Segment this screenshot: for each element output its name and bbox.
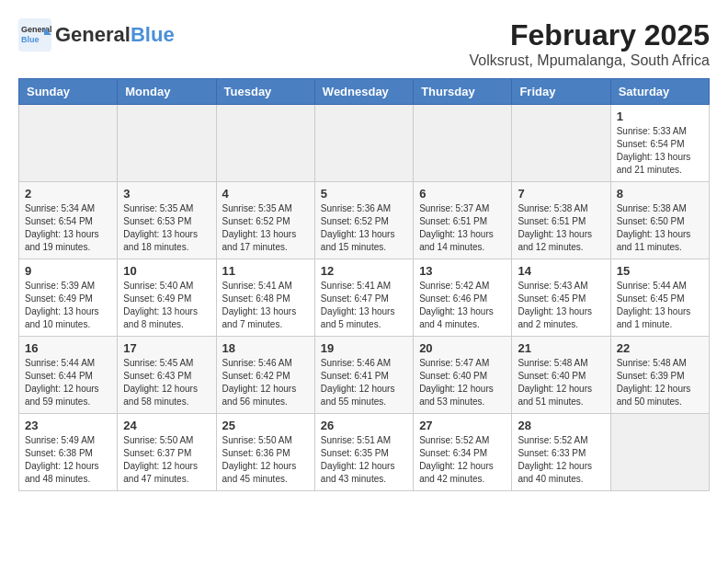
day-number: 10: [123, 264, 210, 278]
column-header-tuesday: Tuesday: [216, 79, 314, 105]
day-number: 26: [321, 419, 407, 432]
day-info: Sunrise: 5:49 AM Sunset: 6:38 PM Dayligh…: [25, 434, 111, 486]
day-info: Sunrise: 5:34 AM Sunset: 6:54 PM Dayligh…: [25, 202, 111, 254]
day-info: Sunrise: 5:48 AM Sunset: 6:40 PM Dayligh…: [518, 357, 604, 408]
day-number: 2: [25, 187, 111, 201]
logo: General Blue GeneralBlue: [18, 18, 175, 52]
day-number: 12: [321, 264, 407, 278]
calendar-cell: 6Sunrise: 5:37 AM Sunset: 6:51 PM Daylig…: [414, 182, 512, 259]
day-info: Sunrise: 5:43 AM Sunset: 6:45 PM Dayligh…: [518, 280, 604, 331]
calendar-cell: 3Sunrise: 5:35 AM Sunset: 6:53 PM Daylig…: [118, 182, 216, 259]
day-number: 6: [419, 187, 506, 201]
calendar-cell: 23Sunrise: 5:49 AM Sunset: 6:38 PM Dayli…: [19, 414, 118, 491]
calendar-cell: 28Sunrise: 5:52 AM Sunset: 6:33 PM Dayli…: [512, 414, 610, 491]
day-number: 27: [419, 419, 506, 432]
day-info: Sunrise: 5:36 AM Sunset: 6:52 PM Dayligh…: [321, 202, 407, 254]
day-number: 9: [25, 264, 111, 278]
calendar-cell: [216, 105, 314, 182]
logo-icon: General Blue: [18, 18, 51, 52]
day-number: 25: [222, 419, 309, 432]
calendar-cell: 12Sunrise: 5:41 AM Sunset: 6:47 PM Dayli…: [314, 259, 413, 337]
day-number: 18: [222, 341, 309, 355]
day-info: Sunrise: 5:46 AM Sunset: 6:41 PM Dayligh…: [321, 357, 407, 408]
day-number: 16: [25, 341, 111, 355]
calendar-cell: 17Sunrise: 5:45 AM Sunset: 6:43 PM Dayli…: [118, 337, 216, 414]
calendar-cell: 25Sunrise: 5:50 AM Sunset: 6:36 PM Dayli…: [216, 414, 314, 491]
calendar-cell: [314, 105, 413, 182]
day-info: Sunrise: 5:35 AM Sunset: 6:53 PM Dayligh…: [123, 202, 210, 254]
day-number: 5: [321, 187, 407, 201]
day-info: Sunrise: 5:41 AM Sunset: 6:47 PM Dayligh…: [321, 280, 407, 331]
day-number: 8: [617, 187, 703, 201]
calendar-cell: 14Sunrise: 5:43 AM Sunset: 6:45 PM Dayli…: [512, 259, 610, 337]
calendar-week-row: 9Sunrise: 5:39 AM Sunset: 6:49 PM Daylig…: [19, 259, 710, 337]
column-header-monday: Monday: [118, 79, 216, 105]
calendar-cell: 15Sunrise: 5:44 AM Sunset: 6:45 PM Dayli…: [610, 259, 709, 337]
day-info: Sunrise: 5:37 AM Sunset: 6:51 PM Dayligh…: [419, 202, 506, 254]
calendar-cell: 4Sunrise: 5:35 AM Sunset: 6:52 PM Daylig…: [216, 182, 314, 259]
day-number: 3: [123, 187, 210, 201]
day-info: Sunrise: 5:46 AM Sunset: 6:42 PM Dayligh…: [222, 357, 309, 408]
day-number: 19: [321, 341, 407, 355]
day-number: 14: [518, 264, 604, 278]
day-number: 4: [222, 187, 309, 201]
column-header-thursday: Thursday: [414, 79, 512, 105]
calendar-cell: [610, 414, 709, 491]
calendar-cell: [414, 105, 512, 182]
day-info: Sunrise: 5:38 AM Sunset: 6:51 PM Dayligh…: [518, 202, 604, 254]
day-info: Sunrise: 5:40 AM Sunset: 6:49 PM Dayligh…: [123, 280, 210, 331]
day-info: Sunrise: 5:44 AM Sunset: 6:45 PM Dayligh…: [617, 280, 703, 331]
day-info: Sunrise: 5:35 AM Sunset: 6:52 PM Dayligh…: [222, 202, 309, 254]
day-info: Sunrise: 5:52 AM Sunset: 6:34 PM Dayligh…: [419, 434, 506, 486]
day-number: 7: [518, 187, 604, 201]
day-number: 11: [222, 264, 309, 278]
day-number: 22: [617, 341, 703, 355]
calendar-cell: 2Sunrise: 5:34 AM Sunset: 6:54 PM Daylig…: [19, 182, 118, 259]
day-info: Sunrise: 5:38 AM Sunset: 6:50 PM Dayligh…: [617, 202, 703, 254]
day-info: Sunrise: 5:51 AM Sunset: 6:35 PM Dayligh…: [321, 434, 407, 486]
logo-general: General: [55, 23, 131, 46]
day-number: 1: [617, 109, 703, 123]
day-number: 13: [419, 264, 506, 278]
calendar-cell: 16Sunrise: 5:44 AM Sunset: 6:44 PM Dayli…: [19, 337, 118, 414]
calendar-week-row: 2Sunrise: 5:34 AM Sunset: 6:54 PM Daylig…: [19, 182, 710, 259]
day-info: Sunrise: 5:50 AM Sunset: 6:36 PM Dayligh…: [222, 434, 309, 486]
day-info: Sunrise: 5:50 AM Sunset: 6:37 PM Dayligh…: [123, 434, 210, 486]
calendar-cell: 1Sunrise: 5:33 AM Sunset: 6:54 PM Daylig…: [610, 105, 709, 182]
calendar-week-row: 16Sunrise: 5:44 AM Sunset: 6:44 PM Dayli…: [19, 337, 710, 414]
calendar-cell: 20Sunrise: 5:47 AM Sunset: 6:40 PM Dayli…: [414, 337, 512, 414]
calendar-cell: 22Sunrise: 5:48 AM Sunset: 6:39 PM Dayli…: [610, 337, 709, 414]
column-header-friday: Friday: [512, 79, 610, 105]
calendar-cell: [118, 105, 216, 182]
day-number: 28: [518, 419, 604, 432]
day-info: Sunrise: 5:42 AM Sunset: 6:46 PM Dayligh…: [419, 280, 506, 331]
calendar-cell: 24Sunrise: 5:50 AM Sunset: 6:37 PM Dayli…: [118, 414, 216, 491]
day-info: Sunrise: 5:48 AM Sunset: 6:39 PM Dayligh…: [617, 357, 703, 408]
day-number: 15: [617, 264, 703, 278]
page-header: General Blue GeneralBlue February 2025 V…: [18, 18, 710, 69]
location-subtitle: Volksrust, Mpumalanga, South Africa: [470, 52, 710, 69]
day-info: Sunrise: 5:52 AM Sunset: 6:33 PM Dayligh…: [518, 434, 604, 486]
calendar-cell: 21Sunrise: 5:48 AM Sunset: 6:40 PM Dayli…: [512, 337, 610, 414]
calendar-cell: 9Sunrise: 5:39 AM Sunset: 6:49 PM Daylig…: [19, 259, 118, 337]
logo-blue: Blue: [131, 23, 175, 46]
calendar-cell: [512, 105, 610, 182]
calendar-header-row: SundayMondayTuesdayWednesdayThursdayFrid…: [19, 79, 710, 105]
calendar-cell: 26Sunrise: 5:51 AM Sunset: 6:35 PM Dayli…: [314, 414, 413, 491]
day-info: Sunrise: 5:39 AM Sunset: 6:49 PM Dayligh…: [25, 280, 111, 331]
calendar-cell: 18Sunrise: 5:46 AM Sunset: 6:42 PM Dayli…: [216, 337, 314, 414]
calendar-week-row: 23Sunrise: 5:49 AM Sunset: 6:38 PM Dayli…: [19, 414, 710, 491]
day-info: Sunrise: 5:44 AM Sunset: 6:44 PM Dayligh…: [25, 357, 111, 408]
calendar-cell: 7Sunrise: 5:38 AM Sunset: 6:51 PM Daylig…: [512, 182, 610, 259]
day-info: Sunrise: 5:47 AM Sunset: 6:40 PM Dayligh…: [419, 357, 506, 408]
svg-text:Blue: Blue: [21, 35, 40, 44]
column-header-saturday: Saturday: [610, 79, 709, 105]
calendar-cell: 10Sunrise: 5:40 AM Sunset: 6:49 PM Dayli…: [118, 259, 216, 337]
calendar-cell: 13Sunrise: 5:42 AM Sunset: 6:46 PM Dayli…: [414, 259, 512, 337]
calendar-cell: 27Sunrise: 5:52 AM Sunset: 6:34 PM Dayli…: [414, 414, 512, 491]
day-info: Sunrise: 5:45 AM Sunset: 6:43 PM Dayligh…: [123, 357, 210, 408]
month-title: February 2025: [470, 18, 710, 52]
calendar-table: SundayMondayTuesdayWednesdayThursdayFrid…: [18, 78, 710, 491]
calendar-cell: 5Sunrise: 5:36 AM Sunset: 6:52 PM Daylig…: [314, 182, 413, 259]
day-number: 24: [123, 419, 210, 432]
